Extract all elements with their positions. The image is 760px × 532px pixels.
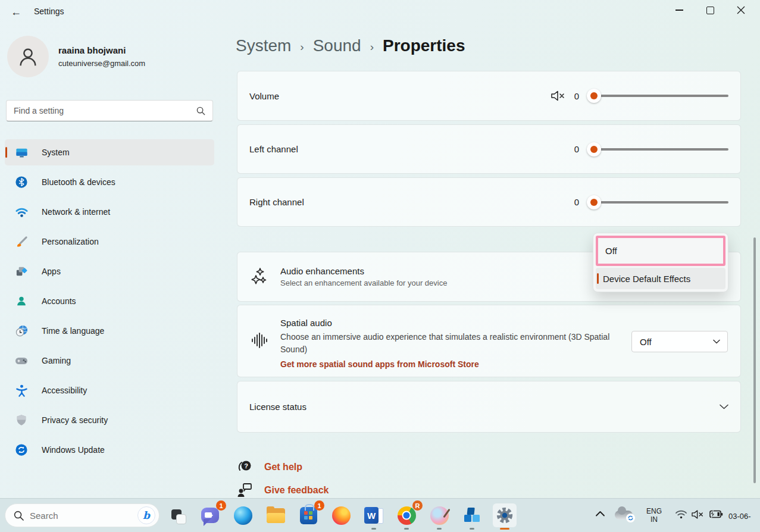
- spatial-audio-dropdown-value: Off: [640, 337, 652, 347]
- breadcrumb-separator: ›: [300, 38, 304, 54]
- file-explorer-button[interactable]: [264, 503, 287, 527]
- get-help-icon: ?: [237, 458, 253, 475]
- maximize-button[interactable]: [695, 0, 725, 20]
- search-icon: [196, 107, 205, 115]
- sidebar-item-label: Personalization: [42, 237, 99, 246]
- tray-mute-icon[interactable]: [691, 509, 705, 520]
- slider-thumb[interactable]: [587, 195, 601, 209]
- get-help-link[interactable]: ? Get help: [237, 458, 302, 475]
- sidebar-item-accessibility[interactable]: Accessibility: [5, 377, 214, 403]
- sidebar-item-accounts[interactable]: Accounts: [5, 288, 214, 314]
- edge-button[interactable]: [231, 503, 255, 527]
- audio-enhancements-title: Audio enhancements: [280, 266, 447, 276]
- word-button[interactable]: W: [362, 503, 386, 527]
- sidebar-item-label: Accounts: [42, 296, 76, 306]
- right-channel-slider[interactable]: [587, 195, 728, 209]
- menu-option-label: Device Default Effects: [603, 274, 690, 284]
- give-feedback-label: Give feedback: [264, 485, 329, 496]
- tray-chevron-up[interactable]: [595, 511, 605, 517]
- firefox-button[interactable]: [329, 503, 353, 527]
- maximize-icon: [706, 7, 714, 14]
- paint-button[interactable]: [427, 503, 451, 527]
- chrome-button[interactable]: R: [395, 503, 418, 527]
- taskbar: b 1 1: [0, 498, 760, 532]
- right-channel-row: Right channel 0: [237, 177, 741, 227]
- slider-thumb[interactable]: [587, 142, 601, 157]
- spatial-store-link[interactable]: Get more spatial sound apps from Microso…: [280, 359, 637, 369]
- sparkles-icon: [251, 267, 268, 286]
- system-icon: [14, 145, 29, 159]
- wifi-icon: [14, 205, 29, 219]
- chevron-down-icon[interactable]: [720, 404, 728, 409]
- breadcrumb-system[interactable]: System: [236, 36, 291, 55]
- left-channel-label: Left channel: [249, 144, 298, 154]
- find-a-setting-input[interactable]: [7, 106, 196, 115]
- close-button[interactable]: [725, 0, 756, 20]
- task-view-button[interactable]: [165, 503, 189, 527]
- slider-track: [593, 95, 728, 97]
- running-indicator: [404, 528, 409, 530]
- sidebar-item-label: Apps: [42, 267, 61, 276]
- microsoft-store-button[interactable]: 1: [296, 503, 320, 527]
- sidebar-item-time-language[interactable]: Time & language: [5, 318, 214, 344]
- scrollbar-thumb[interactable]: [753, 237, 756, 483]
- bing-chat-icon[interactable]: b: [137, 506, 155, 524]
- left-channel-slider[interactable]: [587, 142, 728, 157]
- chrome-profile-badge: R: [412, 500, 423, 511]
- slider-thumb[interactable]: [587, 89, 601, 103]
- settings-window: ← Settings raaina bhojwani cuteuniverse@…: [0, 0, 760, 532]
- sidebar-item-gaming[interactable]: Gaming: [5, 348, 214, 374]
- taskbar-search-input[interactable]: [24, 510, 137, 521]
- running-indicator: [371, 528, 376, 530]
- time-language-icon: [14, 324, 29, 338]
- menu-option-device-default-effects[interactable]: Device Default Effects: [596, 268, 725, 289]
- sidebar-item-windows-update[interactable]: Windows Update: [5, 437, 214, 463]
- volume-slider[interactable]: [587, 89, 728, 103]
- settings-button[interactable]: [493, 503, 517, 527]
- taskbar-search-box[interactable]: b: [5, 503, 159, 527]
- chrome-icon: [398, 506, 416, 525]
- tray-wifi-icon[interactable]: [675, 509, 687, 520]
- avatar[interactable]: [7, 36, 49, 77]
- tray-date[interactable]: 03-06-: [728, 512, 760, 521]
- minimize-button[interactable]: [664, 0, 695, 20]
- file-explorer-icon: [267, 508, 285, 523]
- onedrive-icon[interactable]: [615, 511, 633, 520]
- sidebar-item-bluetooth-devices[interactable]: Bluetooth & devices: [5, 169, 214, 195]
- word-icon: W: [364, 507, 383, 524]
- slider-track: [593, 148, 728, 151]
- sidebar-item-system[interactable]: System: [5, 139, 214, 165]
- enhancements-dropdown-menu: Off Device Default Effects: [593, 233, 728, 292]
- settings-gear-icon: [495, 505, 515, 525]
- sidebar-item-apps[interactable]: Apps: [5, 258, 214, 284]
- sidebar-item-privacy-security[interactable]: Privacy & security: [5, 407, 214, 433]
- apps-icon: [14, 264, 29, 278]
- license-status-row[interactable]: License status: [237, 381, 741, 433]
- sidebar-item-network-internet[interactable]: Network & internet: [5, 199, 214, 225]
- give-feedback-link[interactable]: Give feedback: [237, 482, 329, 498]
- sidebar-item-label: Time & language: [42, 326, 104, 336]
- window-controls: [664, 0, 756, 20]
- audio-enhancements-subtitle: Select an enhancement available for your…: [280, 278, 447, 287]
- back-button[interactable]: ←: [7, 4, 25, 20]
- menu-option-label: Off: [605, 246, 617, 256]
- chat-icon: [201, 508, 219, 523]
- sidebar-item-label: Privacy & security: [42, 415, 108, 425]
- bluetooth-icon: [14, 175, 29, 189]
- menu-option-off[interactable]: Off: [596, 236, 725, 266]
- firefox-icon: [332, 506, 351, 525]
- language-indicator[interactable]: ENG IN: [643, 507, 665, 524]
- sidebar-item-label: Gaming: [42, 356, 71, 365]
- tray-battery-icon[interactable]: [709, 509, 723, 519]
- volume-label: Volume: [249, 91, 279, 101]
- cubes-app-button[interactable]: [460, 503, 484, 527]
- chat-button[interactable]: 1: [198, 503, 222, 527]
- left-channel-row: Left channel 0: [237, 124, 741, 174]
- shield-icon: [14, 413, 29, 427]
- breadcrumb-sound[interactable]: Sound: [313, 36, 361, 55]
- sidebar-item-personalization[interactable]: Personalization: [5, 229, 214, 255]
- mute-speaker-icon[interactable]: [551, 89, 566, 102]
- spatial-audio-row: Spatial audio Choose an immersive audio …: [237, 305, 741, 377]
- gamepad-icon: [14, 353, 29, 368]
- spatial-audio-dropdown[interactable]: Off: [631, 331, 728, 352]
